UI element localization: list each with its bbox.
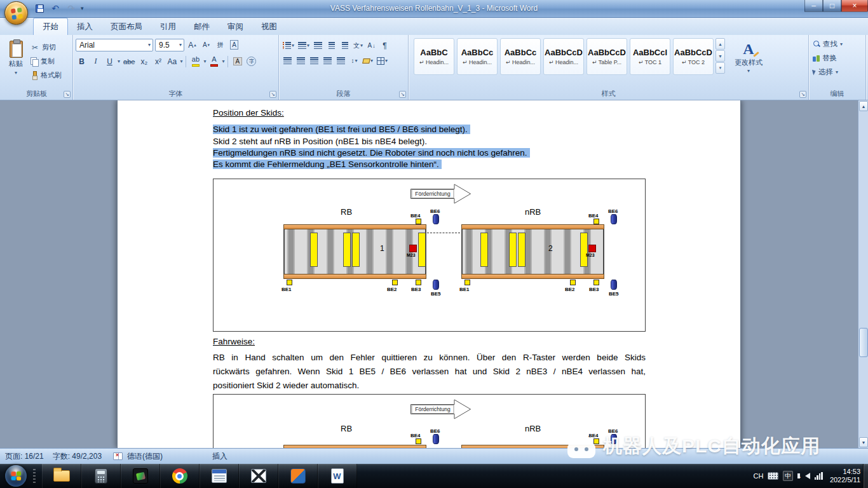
style-item[interactable]: AaBbCc↵ Headin... [500,38,541,75]
highlight-dropdown[interactable]: ▾ [203,58,206,64]
vertical-scrollbar[interactable]: ▲ ▼ [858,100,868,448]
change-case-dropdown[interactable]: ▾ [180,58,182,64]
keyboard-icon[interactable] [768,472,778,480]
style-item[interactable]: AaBbCc↵ Headin... [457,38,498,75]
font-color-dropdown[interactable]: ▾ [222,58,224,64]
underline-dropdown[interactable]: ▾ [118,58,120,64]
insert-mode-indicator[interactable]: 插入 [212,451,227,462]
page-indicator[interactable]: 页面: 16/21 [5,451,44,462]
minimize-button[interactable]: – [804,0,823,12]
character-shading-button[interactable]: A [231,55,243,68]
align-left-button[interactable] [281,54,294,67]
style-item[interactable]: AaBbCcD↵ TOC 2 [673,38,714,75]
tab-insert[interactable]: 插入 [68,18,102,35]
gallery-scroll-up-button[interactable]: ▲ [715,38,725,50]
taskbar-diagram-app-button[interactable] [278,464,318,488]
clipboard-dialog-launcher[interactable]: ↘ [64,91,71,98]
taskbar-app-dark-button[interactable] [121,464,160,488]
shading-button[interactable]: ▾ [362,54,374,67]
paragraph-dialog-launcher[interactable]: ↘ [399,91,406,98]
spellcheck-icon[interactable]: × [113,452,123,460]
justify-button[interactable] [322,54,334,67]
styles-dialog-launcher[interactable]: ↘ [799,91,806,98]
gallery-scroll-down-button[interactable]: ▼ [715,50,725,62]
office-button[interactable] [4,1,28,25]
font-dialog-launcher[interactable]: ↘ [269,91,276,98]
language-indicator[interactable]: 德语(德国) [127,451,163,462]
subscript-button[interactable]: x₂ [138,55,150,68]
tab-view[interactable]: 视图 [252,18,286,35]
gallery-expand-button[interactable]: ▾ [715,62,725,74]
document-page[interactable]: Position der Skids: Skid 1 ist zu weit g… [118,100,740,448]
tab-mailings[interactable]: 邮件 [185,18,219,35]
superscript-button[interactable]: x² [152,55,164,68]
network-icon[interactable] [815,472,823,480]
cut-button[interactable]: ✂ 剪切 [29,41,64,54]
start-button[interactable] [5,465,27,487]
align-center-button[interactable] [295,54,307,67]
tab-page-layout[interactable]: 页面布局 [102,18,151,35]
taskbar-window-app-button[interactable] [200,464,239,488]
line-spacing-button[interactable]: ↕▾ [348,54,360,67]
style-item[interactable]: AaBbCcD↵ Headin... [543,38,584,75]
decrease-indent-button[interactable] [325,39,337,52]
character-border-button[interactable]: A [228,38,240,51]
style-item[interactable]: AaBbC↵ Headin... [414,38,454,75]
paste-button[interactable]: 粘贴 ▾ [3,37,29,88]
increase-indent-button[interactable] [339,39,351,52]
distribute-button[interactable] [335,54,347,67]
tab-review[interactable]: 审阅 [219,18,252,35]
phonetic-guide-button[interactable]: 拼 [214,38,226,51]
select-button[interactable]: 选择 ▾ [811,65,864,79]
sort-button[interactable]: A↓ [365,39,377,52]
numbering-button[interactable]: ▾ [297,39,311,52]
volume-icon[interactable] [805,473,810,479]
borders-button[interactable]: ▾ [376,54,389,67]
ime-chinese-icon[interactable]: 中 [783,471,793,481]
format-painter-button[interactable]: 格式刷 [29,69,64,82]
show-desktop-button[interactable] [863,464,868,488]
find-button[interactable]: 查找 ▾ [811,37,864,51]
maximize-button[interactable]: □ [823,0,841,12]
shrink-font-button[interactable]: A▾ [200,38,212,51]
taskbar-calculator-button[interactable] [81,464,121,488]
scrollbar-thumb[interactable] [859,328,868,357]
scroll-up-button[interactable]: ▲ [859,101,868,111]
tab-references[interactable]: 引用 [151,18,185,35]
tab-home[interactable]: 开始 [33,18,68,35]
rb-label: RB [341,424,352,433]
font-name-select[interactable]: Arial ▾ [76,39,153,51]
scroll-down-button[interactable]: ▼ [859,437,868,447]
replace-button[interactable]: 替换 [811,51,864,65]
font-color-button[interactable]: A [208,55,220,68]
rb-label: RB [341,207,352,217]
be3-sensor-icon [416,280,421,285]
multilevel-list-button[interactable] [312,39,324,52]
taskbar-chrome-button[interactable] [160,464,200,488]
close-button[interactable]: × [841,0,868,12]
skid-bar [418,233,426,267]
show-marks-button[interactable]: ¶ [379,39,391,52]
align-right-button[interactable] [308,54,320,67]
taskbar-explorer-button[interactable] [42,464,81,488]
taskbar-word-button[interactable]: W [318,464,357,488]
strikethrough-button[interactable]: abe [122,55,136,68]
underline-button[interactable]: U [104,55,116,68]
bold-button[interactable]: B [76,55,88,68]
text-highlight-button[interactable]: ab [189,55,201,68]
font-size-select[interactable]: 9.5 ▾ [155,39,184,51]
italic-button[interactable]: I [90,55,102,68]
style-item[interactable]: AaBbCcD↵ Table P... [587,38,627,75]
change-styles-button[interactable]: A 更改样式 ▾ [728,38,769,74]
copy-button[interactable]: 复制 [29,55,64,68]
grow-font-button[interactable]: A▴ [186,38,198,51]
clock[interactable]: 14:53 2022/5/11 [830,468,860,484]
enclose-characters-button[interactable]: 字 [245,55,257,68]
word-count[interactable]: 字数: 49/2,203 [53,451,102,462]
asian-layout-button[interactable]: 文▾ [352,39,364,52]
ime-language-indicator[interactable]: CH [753,472,763,480]
bullets-button[interactable]: ▾ [281,39,295,52]
style-item[interactable]: AaBbCcl↵ TOC 1 [630,38,670,75]
taskbar-x-app-button[interactable] [239,464,278,488]
change-case-button[interactable]: Aa [166,55,178,68]
